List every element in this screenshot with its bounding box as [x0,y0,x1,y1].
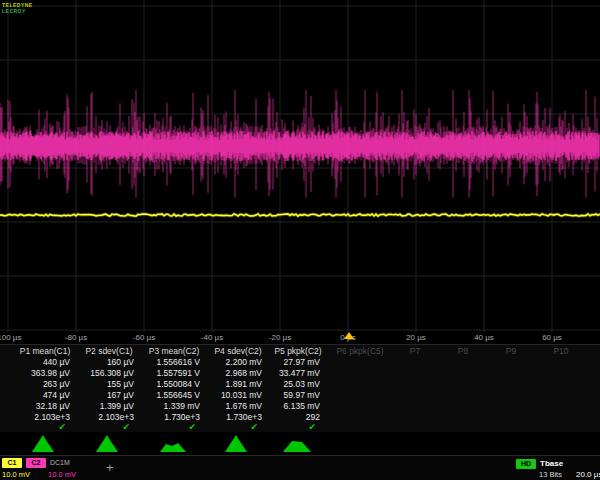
trigger-time-marker[interactable] [344,332,354,339]
parameter-value: 1.556645 V [142,390,200,400]
parameter-value: 32.18 µV [14,401,70,411]
parameter-value: 1.399 µV [78,401,134,411]
c2-waveform-core [0,131,599,161]
waveform-plot-area[interactable] [0,0,600,332]
parameter-header[interactable]: P9 [488,346,534,356]
parameter-value: 1.676 mV [208,401,262,411]
oscilloscope-screen: TELEDYNE LECROY -100 µs-80 µs-60 µs-40 µ… [0,0,600,480]
parameter-value: 440 µV [14,357,70,367]
parameter-value: 363.98 µV [14,368,70,378]
parameter-header[interactable]: P6 pkpk(C5) [330,346,390,356]
parameter-value: 167 µV [78,390,134,400]
channel-c1-button[interactable]: C1 [2,458,22,468]
parameter-value: 2.968 mV [208,368,262,378]
parameter-value: 10.031 mV [208,390,262,400]
parameter-value: 1.730e+3 [142,412,200,422]
parameter-value: 155 µV [78,379,134,389]
vendor-logo: TELEDYNE LECROY [2,2,33,14]
timebase-axis: -100 µs-80 µs-60 µs-40 µs-20 µs0 µs20 µs… [0,332,600,343]
parameter-value: 1.556616 V [142,357,200,367]
histicon-p2[interactable] [96,435,118,452]
parameter-header[interactable]: P7 [392,346,438,356]
descriptor-bar: C1 C2 DC1M 10.0 mV 10.0 mV + HD Tbase 13… [0,455,600,480]
c2-scale-label: 10.0 mV [48,470,76,479]
parameter-header[interactable]: P5 pkpk(C2) [270,346,326,356]
timebase-button[interactable]: Tbase [540,459,563,468]
time-axis-tick: -20 µs [269,333,291,342]
timebase-scale-label: 20.0 µs/div [576,470,600,479]
time-axis-tick: 60 µs [542,333,562,342]
c2-coupling-label: DC1M [50,459,70,466]
parameter-value: 2.103e+3 [78,412,134,422]
parameter-value: 33.477 mV [270,368,320,378]
parameter-value: 292 [270,412,320,422]
parameter-value: 27.97 mV [270,357,320,367]
time-axis-tick: -80 µs [65,333,87,342]
parameter-header[interactable]: P10 [536,346,586,356]
hd-mode-badge: HD [516,459,536,469]
parameter-value: 1.339 mV [142,401,200,411]
parameter-value: 1.557591 V [142,368,200,378]
histicon-p1[interactable] [32,435,54,452]
parameter-value: 160 µV [78,357,134,367]
add-trace-button[interactable]: + [106,460,114,475]
c1-scale-label: 10.0 mV [2,470,30,479]
timebase-bits-label: 13 Bits [539,470,562,479]
time-axis-tick: 20 µs [406,333,426,342]
time-axis-tick: 40 µs [474,333,494,342]
histicon-p3[interactable] [160,443,186,452]
histicon-strip[interactable] [0,431,600,454]
histicon-p4[interactable] [225,435,247,452]
parameter-value: 156.308 µV [78,368,134,378]
parameter-value: 2.103e+3 [14,412,70,422]
vendor-logo-line2: LECROY [2,8,33,14]
measurement-table: P1 mean(C1)P2 sdev(C1)P3 mean(C2)P4 sdev… [0,344,600,432]
time-axis-tick: -60 µs [133,333,155,342]
parameter-value: 2.200 mV [208,357,262,367]
parameter-value: 1.891 mV [208,379,262,389]
parameter-value: 59.97 mV [270,390,320,400]
time-axis-tick: -40 µs [201,333,223,342]
channel-c2-button[interactable]: C2 [26,458,46,468]
time-axis-tick: -100 µs [0,333,21,342]
parameter-header[interactable]: P8 [440,346,486,356]
parameter-header[interactable]: P3 mean(C2) [142,346,206,356]
parameter-value: 1.550084 V [142,379,200,389]
parameter-value: 25.03 mV [270,379,320,389]
parameter-value: 474 µV [14,390,70,400]
parameter-value: 1.730e+3 [208,412,262,422]
parameter-header[interactable]: P4 sdev(C2) [208,346,268,356]
parameter-value: 263 µV [14,379,70,389]
parameter-header[interactable]: P2 sdev(C1) [78,346,140,356]
parameter-value: 6.135 mV [270,401,320,411]
histicon-p5[interactable] [283,441,311,452]
parameter-header[interactable]: P1 mean(C1) [14,346,76,356]
